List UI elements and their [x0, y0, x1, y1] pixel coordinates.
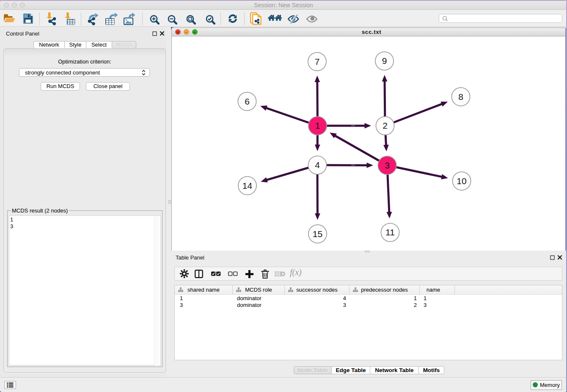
svg-text:4: 4	[315, 160, 320, 170]
svg-text:2: 2	[383, 121, 388, 130]
svg-text:14: 14	[242, 181, 253, 190]
svg-text:10: 10	[457, 176, 466, 186]
svg-text:6: 6	[245, 97, 250, 106]
svg-text:11: 11	[385, 227, 395, 237]
svg-text:8: 8	[458, 92, 463, 102]
svg-text:9: 9	[382, 56, 387, 66]
svg-text:1: 1	[315, 121, 320, 130]
svg-text:15: 15	[313, 229, 322, 239]
svg-text:3: 3	[385, 160, 390, 170]
svg-text:7: 7	[315, 57, 320, 66]
